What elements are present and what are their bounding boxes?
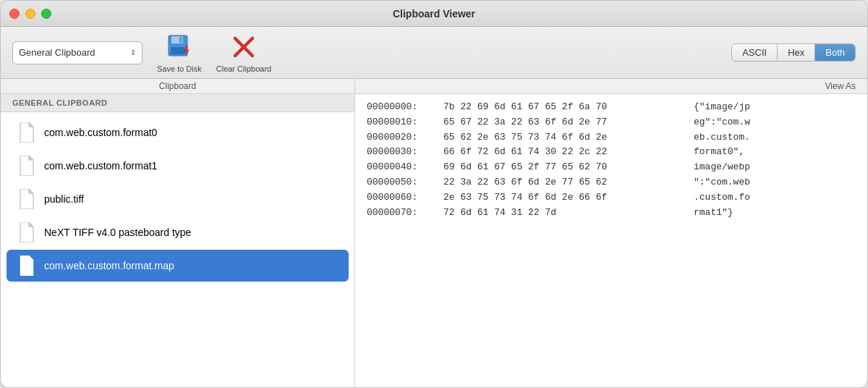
hex-row: 00000020:65 62 2e 63 75 73 74 6f 6d 2eeb… xyxy=(367,130,856,146)
hex-panel: 00000000:7b 22 69 6d 61 67 65 2f 6a 70{"… xyxy=(355,94,867,387)
close-button[interactable] xyxy=(9,9,20,19)
view-both-button[interactable]: Both xyxy=(815,44,855,61)
list-item[interactable]: com.web.custom.format1 xyxy=(7,150,349,182)
hex-ascii: eb.custom. xyxy=(694,130,750,146)
hex-address: 00000070: xyxy=(367,206,432,221)
main-window: Clipboard Viewer General Clipboard ⇕ xyxy=(0,0,868,388)
titlebar: Clipboard Viewer xyxy=(1,1,867,27)
clipboard-selector-label: General Clipboard xyxy=(19,47,95,58)
hex-row: 00000000:7b 22 69 6d 61 67 65 2f 6a 70{"… xyxy=(367,100,856,115)
hex-bytes: 22 3a 22 63 6f 6d 2e 77 65 62 xyxy=(443,175,682,190)
view-ascii-button[interactable]: ASCII xyxy=(732,44,778,61)
hex-bytes: 69 6d 61 67 65 2f 77 65 62 70 xyxy=(443,160,682,175)
file-icon-active xyxy=(18,256,35,276)
file-icon xyxy=(18,122,35,143)
toolbar: General Clipboard ⇕ xyxy=(1,27,867,79)
sidebar-header: GENERAL CLIPBOARD xyxy=(1,94,354,112)
view-as-buttons: ASCII Hex Both xyxy=(731,43,856,62)
file-icon xyxy=(18,156,35,176)
main-content: GENERAL CLIPBOARD com.web.custom.format0 xyxy=(1,94,867,387)
svg-rect-2 xyxy=(171,47,185,54)
list-item[interactable]: com.web.custom.format0 xyxy=(7,117,349,148)
hex-ascii: .custom.fo xyxy=(694,190,750,206)
hex-ascii: rmat1"} xyxy=(694,206,733,221)
clipboard-selector[interactable]: General Clipboard ⇕ xyxy=(12,41,142,64)
hex-rows-container: 00000000:7b 22 69 6d 61 67 65 2f 6a 70{"… xyxy=(367,100,856,220)
hex-address: 00000020: xyxy=(367,130,432,146)
hex-bytes: 72 6d 61 74 31 22 7d xyxy=(443,206,682,221)
hex-bytes: 66 6f 72 6d 61 74 30 22 2c 22 xyxy=(443,145,682,160)
sidebar-list: com.web.custom.format0 com.web.custom.fo… xyxy=(1,112,354,387)
list-item[interactable]: NeXT TIFF v4.0 pasteboard type xyxy=(7,216,349,248)
sidebar-item-label: com.web.custom.format1 xyxy=(44,160,157,172)
clear-clipboard-label: Clear Clipboard xyxy=(216,64,271,73)
svg-rect-5 xyxy=(185,46,187,51)
sidebar: GENERAL CLIPBOARD com.web.custom.format0 xyxy=(1,94,355,387)
hex-bytes: 65 67 22 3a 22 63 6f 6d 2e 77 xyxy=(443,115,682,130)
maximize-button[interactable] xyxy=(41,9,51,19)
hex-address: 00000040: xyxy=(367,160,432,175)
hex-bytes: 65 62 2e 63 75 73 74 6f 6d 2e xyxy=(443,130,682,146)
hex-row: 00000030:66 6f 72 6d 61 74 30 22 2c 22fo… xyxy=(367,145,856,160)
hex-address: 00000060: xyxy=(367,190,432,206)
save-disk-icon xyxy=(165,33,194,62)
window-controls xyxy=(9,9,51,19)
hex-ascii: format0", xyxy=(694,145,744,160)
save-to-disk-action[interactable]: Save to Disk xyxy=(157,33,202,73)
hex-ascii: image/webp xyxy=(694,160,750,175)
sidebar-item-label-active: com.web.custom.format.map xyxy=(44,260,174,271)
window-title: Clipboard Viewer xyxy=(393,8,475,20)
hex-bytes: 2e 63 75 73 74 6f 6d 2e 66 6f xyxy=(443,190,682,206)
hex-row: 00000040:69 6d 61 67 65 2f 77 65 62 70im… xyxy=(367,160,856,175)
minimize-button[interactable] xyxy=(25,9,35,19)
clear-clipboard-icon xyxy=(229,33,258,62)
hex-row: 00000010:65 67 22 3a 22 63 6f 6d 2e 77eg… xyxy=(367,115,856,130)
hex-ascii: {"image/jp xyxy=(694,100,750,115)
hex-row: 00000050:22 3a 22 63 6f 6d 2e 77 65 62":… xyxy=(367,175,856,190)
hex-ascii: ":"com.web xyxy=(694,175,750,190)
view-hex-button[interactable]: Hex xyxy=(778,44,815,61)
sidebar-item-label: NeXT TIFF v4.0 pasteboard type xyxy=(44,227,191,238)
save-disk-label: Save to Disk xyxy=(157,64,202,73)
hex-row: 00000060:2e 63 75 73 74 6f 6d 2e 66 6f.c… xyxy=(367,190,856,206)
svg-rect-3 xyxy=(179,37,182,43)
chevron-down-icon: ⇕ xyxy=(130,48,136,56)
hex-address: 00000050: xyxy=(367,175,432,190)
file-icon xyxy=(18,189,35,209)
list-item[interactable]: public.tiff xyxy=(7,183,349,215)
view-as-container: ASCII Hex Both xyxy=(731,43,856,62)
hex-address: 00000010: xyxy=(367,115,432,130)
column-viewas-header: View As xyxy=(355,79,867,93)
hex-address: 00000030: xyxy=(367,145,432,160)
sidebar-item-label: com.web.custom.format0 xyxy=(44,127,157,138)
sidebar-item-label: public.tiff xyxy=(44,193,84,205)
clear-clipboard-action[interactable]: Clear Clipboard xyxy=(216,33,271,73)
list-item-active[interactable]: com.web.custom.format.map xyxy=(7,250,349,282)
hex-ascii: eg":"com.w xyxy=(694,115,750,130)
file-icon xyxy=(18,222,35,242)
hex-bytes: 7b 22 69 6d 61 67 65 2f 6a 70 xyxy=(443,100,682,115)
hex-address: 00000000: xyxy=(367,100,432,115)
hex-row: 00000070:72 6d 61 74 31 22 7drmat1"} xyxy=(367,206,856,221)
column-clipboard-header: Clipboard xyxy=(1,79,355,93)
